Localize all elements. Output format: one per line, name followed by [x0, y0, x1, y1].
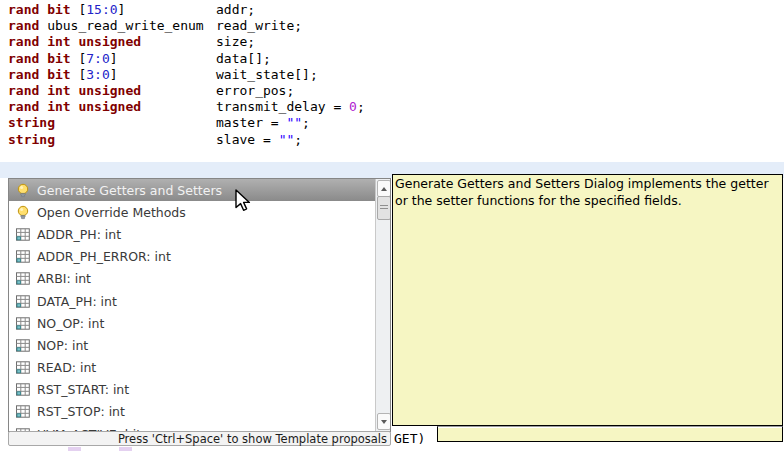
code-token: [ [71, 67, 87, 82]
code-token: error_pos; [216, 83, 294, 98]
proposal-item-label: ADDR_PH_ERROR: int [37, 249, 171, 264]
proposal-item[interactable]: DATA_PH: int [9, 290, 375, 312]
proposal-item[interactable]: UVM_ACTIVE: bit [9, 423, 375, 431]
code-token: rand [8, 18, 39, 33]
code-line[interactable]: rand int unsignedsize; [8, 34, 784, 50]
code-line[interactable]: stringmaster = ""; [8, 115, 784, 131]
proposal-item[interactable]: NOP: int [9, 334, 375, 356]
proposal-scrollbar[interactable] [375, 179, 390, 431]
code-line[interactable]: rand ubus_read_write_enumread_write; [8, 18, 784, 34]
proposal-list: Generate Getters and SettersOpen Overrid… [9, 179, 375, 431]
table-icon [15, 316, 30, 331]
tooltip-text: Generate Getters and Setters Dialog impl… [393, 175, 782, 209]
code-token: 7:0 [86, 51, 109, 66]
ide-editor-screen: rand bit [15:0]addr;rand ubus_read_write… [0, 0, 784, 451]
code-line[interactable]: rand bit [7:0]data[]; [8, 51, 784, 67]
arrow-up-icon [381, 187, 387, 191]
occluded-code-fragment [68, 447, 81, 451]
code-token: 0 [349, 99, 357, 114]
proposal-item-label: DATA_PH: int [37, 294, 117, 309]
code-token: master = [216, 115, 286, 130]
code-token: rand bit [8, 51, 71, 66]
proposal-item-label: RST_START: int [37, 382, 129, 397]
occluded-code-fragment [119, 447, 132, 451]
code-token: rand int unsigned [8, 83, 141, 98]
proposal-item-label: RST_STOP: int [37, 404, 125, 419]
code-line[interactable]: rand int unsignederror_pos; [8, 83, 784, 99]
code-token: ] [110, 67, 118, 82]
proposal-item[interactable]: Generate Getters and Setters [9, 179, 375, 201]
code-token: data[]; [216, 51, 271, 66]
code-token: rand int unsigned [8, 99, 141, 114]
proposal-item-label: NOP: int [37, 338, 88, 353]
scrollbar-thumb[interactable] [377, 196, 391, 220]
code-token: size; [216, 34, 255, 49]
code-token: rand bit [8, 2, 71, 17]
code-token: ; [302, 115, 310, 130]
code-line[interactable]: rand int unsignedtransmit_delay = 0; [8, 99, 784, 115]
table-icon [15, 249, 30, 264]
table-icon [15, 294, 30, 309]
code-token: transmit_delay = [216, 99, 349, 114]
table-icon [15, 382, 30, 397]
bulb-icon [15, 205, 30, 220]
code-token: 3:0 [86, 67, 109, 82]
code-token: rand int unsigned [8, 34, 141, 49]
code-token: addr; [216, 2, 255, 17]
code-token: string [8, 115, 55, 130]
occluded-code-fragment: GET) [394, 431, 425, 446]
code-token: ; [294, 132, 302, 147]
status-bar-text: Press 'Ctrl+Space' to show Template prop… [118, 432, 387, 446]
proposal-item-label: Generate Getters and Setters [37, 183, 222, 198]
proposal-item-label: ADDR_PH: int [37, 227, 121, 242]
code-token: 15:0 [86, 2, 117, 17]
code-line[interactable]: rand bit [15:0]addr; [8, 2, 784, 18]
proposal-item[interactable]: Open Override Methods [9, 201, 375, 223]
proposal-item[interactable]: ADDR_PH_ERROR: int [9, 246, 375, 268]
code-token: ] [110, 51, 118, 66]
proposal-item-label: NO_OP: int [37, 316, 104, 331]
code-line[interactable]: stringslave = ""; [8, 132, 784, 148]
code-token: ; [357, 99, 365, 114]
proposal-item-label: READ: int [37, 360, 96, 375]
code-token: "" [279, 132, 295, 147]
proposal-status-bar: Press 'Ctrl+Space' to show Template prop… [8, 431, 391, 446]
proposal-item-label: ARBI: int [37, 271, 91, 286]
table-icon [15, 360, 30, 375]
proposal-item[interactable]: ADDR_PH: int [9, 223, 375, 245]
bulb-icon [15, 183, 30, 198]
code-line[interactable]: rand bit [3:0]wait_state[]; [8, 67, 784, 83]
code-token: ] [118, 2, 126, 17]
proposal-item-label: Open Override Methods [37, 205, 186, 220]
table-icon [15, 338, 30, 353]
code-token: wait_state[]; [216, 67, 318, 82]
code-token: read_write; [216, 18, 302, 33]
content-assist-popup: Generate Getters and SettersOpen Overrid… [8, 178, 391, 432]
table-icon [15, 271, 30, 286]
proposal-item[interactable]: READ: int [9, 357, 375, 379]
code-token: slave = [216, 132, 279, 147]
code-editor[interactable]: rand bit [15:0]addr;rand ubus_read_write… [0, 0, 784, 162]
code-token: [ [71, 51, 87, 66]
table-icon [15, 404, 30, 419]
scrollbar-up-button[interactable] [377, 180, 391, 197]
proposal-item[interactable]: NO_OP: int [9, 312, 375, 334]
arrow-down-icon [381, 420, 387, 424]
table-icon [15, 227, 30, 242]
code-token: ubus_read_write_enum [39, 18, 203, 33]
proposal-item[interactable]: RST_STOP: int [9, 401, 375, 423]
scrollbar-down-button[interactable] [377, 413, 391, 430]
proposal-item[interactable]: RST_START: int [9, 379, 375, 401]
tooltip-footer [437, 426, 783, 442]
code-token: string [8, 132, 55, 147]
code-token: rand bit [8, 67, 71, 82]
proposal-item[interactable]: ARBI: int [9, 268, 375, 290]
proposal-info-tooltip: Generate Getters and Setters Dialog impl… [392, 174, 783, 426]
code-token: "" [286, 115, 302, 130]
code-token: [ [71, 2, 87, 17]
